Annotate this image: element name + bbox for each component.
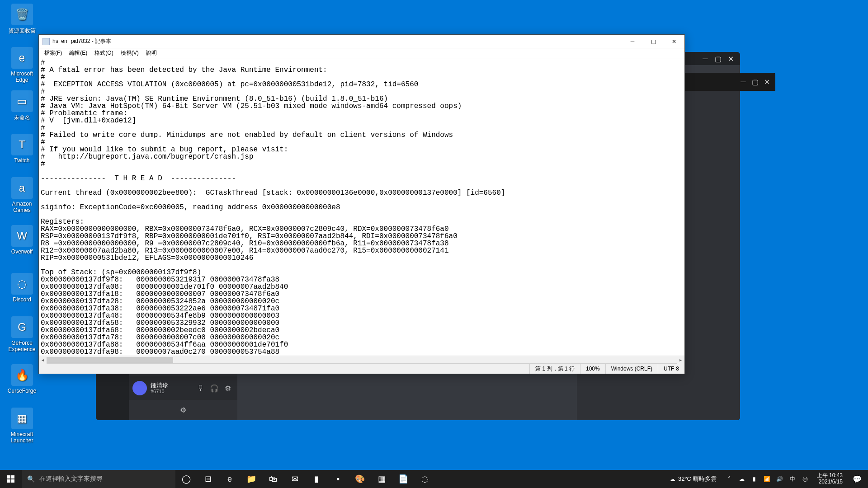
maximize-button[interactable]: ▢: [643, 35, 664, 48]
app-icon: ▦: [11, 408, 33, 429]
desktop-icon-資源回收筒[interactable]: 🗑️資源回收筒: [5, 4, 39, 35]
svg-rect-3: [11, 479, 14, 483]
minimize-icon[interactable]: ─: [699, 54, 712, 64]
close-icon[interactable]: ✕: [724, 54, 737, 64]
notepad-window[interactable]: hs_err_pid7832 - 記事本 ─ ▢ ✕ 檔案(F) 編輯(E) 格…: [38, 34, 685, 374]
clock-date: 2021/6/15: [819, 479, 843, 485]
taskbar-clock[interactable]: 上午 10:43 2021/6/15: [813, 473, 846, 485]
battery-icon[interactable]: ▮: [750, 476, 759, 482]
store-icon[interactable]: 🛍: [262, 470, 284, 488]
gear-icon[interactable]: ⚙: [222, 384, 234, 393]
weather-text: 32°C 晴時多雲: [678, 475, 717, 483]
notepad-statusbar: 第 1 列，第 1 行 100% Windows (CRLF) UTF-8: [39, 363, 684, 374]
notepad-menubar: 檔案(F) 編輯(E) 格式(O) 檢視(V) 說明: [39, 48, 684, 58]
svg-rect-1: [11, 475, 14, 479]
taskbar-weather[interactable]: ☁ 32°C 晴時多雲: [665, 475, 721, 483]
mail-icon[interactable]: ✉: [284, 470, 306, 488]
tray-chevron-up-icon[interactable]: ˄: [725, 476, 734, 482]
volume-icon[interactable]: 🔊: [775, 476, 784, 482]
svg-rect-0: [7, 475, 10, 479]
app-icon: G: [11, 316, 33, 338]
system-tray: ˄ ☁ ▮ 📶 🔊 中 ㊥: [721, 470, 813, 488]
ime-mode-icon[interactable]: ㊥: [801, 475, 810, 483]
edge-icon[interactable]: e: [219, 470, 241, 488]
onedrive-icon[interactable]: ☁: [737, 476, 746, 482]
user-name: 鍾清珍: [151, 382, 168, 389]
minimize-icon[interactable]: ─: [737, 77, 749, 86]
desktop-icon-twitch[interactable]: TTwitch: [5, 134, 39, 164]
cortana-icon[interactable]: ⊟: [197, 470, 219, 488]
app-icon: a: [11, 177, 33, 199]
desktop-icon-geforce-experience[interactable]: GGeForce Experience: [5, 316, 39, 352]
explorer-icon[interactable]: 📁: [241, 470, 262, 488]
taskbar-search[interactable]: 🔍 在這裡輸入文字來搜尋: [22, 470, 175, 488]
desktop-icon-curseforge[interactable]: 🔥CurseForge: [5, 364, 39, 394]
notepad-titlebar[interactable]: hs_err_pid7832 - 記事本 ─ ▢ ✕: [39, 35, 684, 48]
taskbar: 🔍 在這裡輸入文字來搜尋 ◯ ⊟ e 📁 🛍 ✉ ▮ ▪ 🎨 ▦ 📄 ◌ ☁ 3…: [0, 470, 868, 488]
search-placeholder: 在這裡輸入文字來搜尋: [39, 475, 103, 483]
windows-icon: [7, 475, 14, 483]
minecraft-icon[interactable]: ▦: [371, 470, 392, 488]
menu-edit[interactable]: 編輯(E): [66, 48, 91, 58]
paint-icon[interactable]: 🎨: [349, 470, 371, 488]
settings-gear-icon[interactable]: ⚙: [129, 400, 237, 420]
discord-taskbar-icon[interactable]: ◌: [414, 470, 436, 488]
close-icon[interactable]: ✕: [761, 77, 773, 86]
action-center-icon[interactable]: 💬: [846, 470, 868, 488]
app-icon[interactable]: ▪: [327, 470, 349, 488]
notepad-icon: [42, 38, 50, 45]
app-icon: ▭: [11, 90, 33, 112]
search-icon: 🔍: [27, 475, 35, 483]
menu-view[interactable]: 檢視(V): [117, 48, 142, 58]
office-icon[interactable]: ▮: [306, 470, 327, 488]
taskbar-pinned-apps: ◯ ⊟ e 📁 🛍 ✉ ▮ ▪ 🎨 ▦ 📄 ◌: [175, 470, 436, 488]
status-position: 第 1 列，第 1 行: [529, 364, 580, 374]
app-icon: T: [11, 134, 33, 155]
status-encoding: UTF-8: [658, 364, 684, 374]
scroll-left-icon[interactable]: ◂: [39, 356, 47, 364]
discord-userbar: 鍾清珍 #6710 🎙 🎧 ⚙: [129, 376, 237, 400]
desktop-icon-overwolf[interactable]: WOverwolf: [5, 225, 39, 255]
desktop-icon-未命名[interactable]: ▭未命名: [5, 90, 39, 122]
wifi-icon[interactable]: 📶: [763, 476, 772, 482]
icon-label: Minecraft Launcher: [5, 431, 39, 444]
task-view-icon[interactable]: ◯: [175, 470, 197, 488]
app-icon: 🗑️: [11, 4, 33, 25]
icon-label: Twitch: [14, 157, 29, 164]
menu-help[interactable]: 說明: [142, 48, 160, 58]
icon-label: GeForce Experience: [5, 340, 39, 352]
close-button[interactable]: ✕: [664, 35, 684, 48]
horizontal-scrollbar[interactable]: ◂ ▸: [39, 356, 684, 363]
user-tag: #6710: [151, 389, 168, 394]
clock-time: 上午 10:43: [817, 473, 843, 479]
maximize-icon[interactable]: ▢: [749, 77, 761, 86]
desktop-icon-discord[interactable]: ◌Discord: [5, 273, 39, 303]
scroll-right-icon[interactable]: ▸: [677, 356, 684, 364]
app-icon: e: [11, 47, 33, 69]
app-icon: ◌: [11, 273, 33, 295]
notepad-text-area[interactable]: # # A fatal error has been detected by t…: [39, 58, 684, 356]
desktop-icon-minecraft-launcher[interactable]: ▦Minecraft Launcher: [5, 408, 39, 444]
menu-format[interactable]: 格式(O): [91, 48, 117, 58]
status-zoom: 100%: [580, 364, 605, 374]
desktop-icon-microsoft-edge[interactable]: eMicrosoft Edge: [5, 47, 39, 83]
background-window-titlebar: ─ ▢ ✕: [680, 73, 775, 91]
scrollbar-thumb[interactable]: [47, 357, 173, 363]
icon-label: Discord: [13, 296, 31, 303]
weather-icon: ☁: [670, 476, 675, 483]
menu-file[interactable]: 檔案(F): [41, 48, 66, 58]
desktop-icon-amazon-games[interactable]: aAmazon Games: [5, 177, 39, 213]
start-button[interactable]: [0, 470, 22, 488]
icon-label: Amazon Games: [5, 201, 39, 213]
mic-icon[interactable]: 🎙: [195, 384, 207, 393]
minimize-button[interactable]: ─: [622, 35, 643, 48]
headphones-icon[interactable]: 🎧: [208, 384, 220, 393]
avatar[interactable]: [132, 381, 147, 395]
ime-indicator[interactable]: 中: [788, 475, 797, 483]
icon-label: 未命名: [14, 114, 30, 122]
icon-label: Overwolf: [11, 249, 33, 255]
icon-label: 資源回收筒: [9, 27, 36, 35]
icon-label: Microsoft Edge: [5, 70, 39, 83]
notepad-taskbar-icon[interactable]: 📄: [392, 470, 414, 488]
maximize-icon[interactable]: ▢: [712, 54, 724, 64]
